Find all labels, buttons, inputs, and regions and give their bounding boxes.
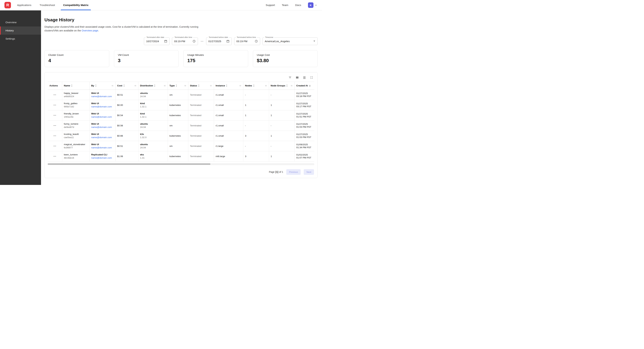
sort-icon[interactable] [198,84,200,87]
field-value: 10/27/2024 [146,40,159,43]
replicated-logo[interactable]: R [4,2,11,8]
field-label: Timezone [264,36,274,38]
horizontal-scrollbar-track[interactable] [48,163,314,165]
sidebar-item-history[interactable]: History [0,26,41,35]
column-label: Status [190,84,197,87]
table-density-button[interactable] [303,76,306,79]
by-email-link[interactable]: name@domain.com [91,105,112,108]
header-cell-status[interactable]: Status [188,82,214,90]
row-actions-button[interactable]: ••• [53,134,57,138]
sort-icon[interactable] [286,84,288,87]
nav-item-applications[interactable]: Applications [13,0,36,10]
created-at-secondary: 01:03 PM PST [296,136,312,138]
sort-icon[interactable] [176,84,177,87]
column-menu-icon[interactable] [184,84,186,87]
column-menu-icon[interactable] [111,84,114,87]
table-row: •••trusting_leavittcae5ea11Web UIname@do… [48,131,314,141]
calendar-icon[interactable] [164,40,167,43]
cell-created-at: 01/27/202501:03 PM PST [294,131,314,141]
header-cell-nodes[interactable]: Nodes [243,82,269,90]
distribution-secondary: 1.32.1 [140,116,147,118]
user-menu[interactable]: K [308,2,317,8]
cell-instance: r1.small [214,131,243,141]
row-actions-button[interactable]: ••• [53,113,57,117]
cell-created-at: 01/27/202501:03 PM PST [294,120,314,131]
terminated-before-date-field[interactable]: Terminated before date 01/27/2025 [206,37,232,45]
previous-page-button[interactable]: Previous [286,169,301,175]
column-menu-icon[interactable] [134,84,136,87]
sort-icon[interactable] [226,84,228,87]
distribution-secondary: 1.32.0 [140,136,147,139]
column-menu-icon[interactable] [265,84,267,87]
header-cell-type[interactable]: Type [168,82,188,90]
sort-desc-icon[interactable] [309,84,311,87]
calendar-icon[interactable] [226,40,230,43]
sidebar-item-settings[interactable]: Settings [0,35,41,43]
stat-label: Cluster Count [48,54,105,56]
cell-node-groups: 1 [269,110,294,120]
overview-page-link[interactable]: Overview page [82,29,98,32]
clock-icon[interactable] [255,40,258,43]
by-email-link[interactable]: name@domain.com [91,136,112,139]
column-menu-icon[interactable] [210,84,212,87]
by-primary: Web UI [91,102,114,105]
nav-item-troubleshoot[interactable]: Troubleshoot [36,0,59,10]
sort-icon[interactable] [123,84,125,87]
header-cell-by[interactable]: By [90,82,115,90]
by-email-link[interactable]: name@domain.com [91,146,112,149]
sort-icon[interactable] [71,84,73,87]
created-at-secondary: 01:03 PM PST [296,126,312,128]
by-primary: Replicated CLI [91,153,114,156]
row-actions-button[interactable]: ••• [53,144,57,148]
by-primary: Web UI [91,92,114,94]
header-cell-distribution[interactable]: Distribution [138,82,168,90]
timezone-select[interactable]: Timezone America/Los_Angeles [262,37,318,45]
sort-icon[interactable] [154,84,156,87]
sidebar-item-overview[interactable]: Overview [0,18,41,26]
header-cell-instance[interactable]: Instance [214,82,243,90]
nav-item-compatibility-matrix[interactable]: Compatibility Matrix [59,0,92,10]
header-cell-name[interactable]: Name [62,82,90,90]
name-secondary: 995b7182 [64,105,74,108]
sort-icon[interactable] [253,84,255,87]
nav-link-support[interactable]: Support [266,3,275,7]
type-value: vm [170,145,172,147]
cell-actions: ••• [48,131,62,141]
horizontal-scrollbar-thumb[interactable] [48,163,210,165]
cost-value: $1.06 [117,155,123,158]
header-cell-cost[interactable]: Cost [115,82,138,90]
column-menu-icon[interactable] [164,84,166,87]
sort-icon[interactable] [95,84,97,87]
terminated-after-time-field[interactable]: Terminated after time 03:19 PM [172,37,198,45]
header-cell-created-at[interactable]: Created At [294,82,314,90]
by-email-link[interactable]: name@domain.com [91,126,112,128]
terminated-after-date-field[interactable]: Terminated after date 10/27/2024 [144,37,170,45]
by-email-link[interactable]: name@domain.com [91,116,112,118]
terminated-before-time-field[interactable]: Terminated before time 03:19 PM [234,37,260,45]
instance-value: r1.small [216,114,224,117]
type-value: kubernetes [170,104,181,106]
row-actions-button[interactable]: ••• [53,124,57,128]
cell-by: Web UIname@domain.com [90,110,115,120]
page-info-current: [1] [275,171,278,173]
table-filter-button[interactable] [288,76,292,79]
table-row: •••magical_stonebrakerfe3f8977Web UIname… [48,141,314,151]
header-cell-node-groups[interactable]: Node Groups [269,82,294,90]
table-fullscreen-button[interactable] [310,76,313,79]
pagination: Page [1] of 1 Previous Next [48,169,314,175]
column-menu-icon[interactable] [239,84,242,87]
column-menu-icon[interactable] [290,84,293,87]
cell-by: Web UIname@domain.com [90,120,115,131]
row-actions-button[interactable]: ••• [53,103,57,107]
row-actions-button[interactable]: ••• [53,93,57,97]
row-actions-button[interactable]: ••• [53,154,57,158]
table-columns-button[interactable] [296,76,299,79]
nav-link-team[interactable]: Team [282,3,288,7]
next-page-button[interactable]: Next [304,169,314,175]
clock-icon[interactable] [192,40,196,43]
cell-node-groups: - [269,120,294,131]
by-email-link[interactable]: name@domain.com [91,157,112,159]
created-at-primary: 01/09/2025 [296,143,313,146]
nav-link-docs[interactable]: Docs [295,3,301,7]
by-email-link[interactable]: name@domain.com [91,95,112,98]
